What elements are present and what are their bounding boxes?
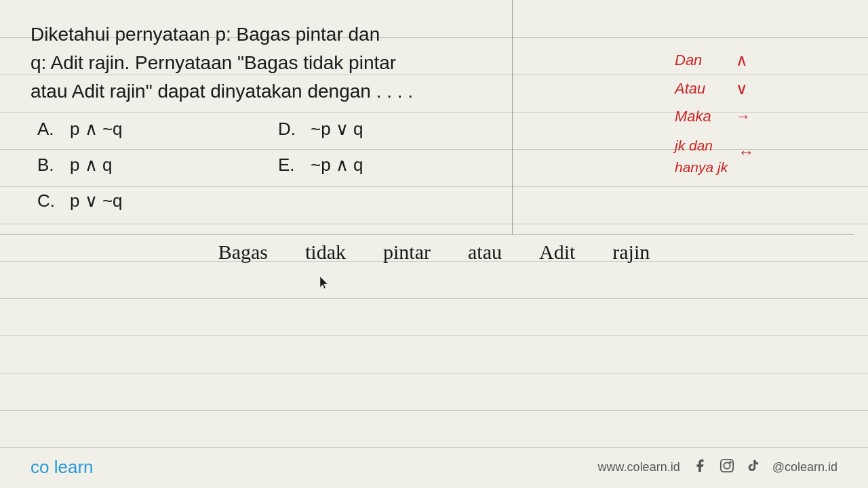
- choice-c-formula: p ∨ ~q: [70, 190, 123, 211]
- choice-a: A. p ∧ ~q: [37, 119, 478, 140]
- choice-c: C. p ∨ ~q: [37, 190, 478, 211]
- choice-c-label: C.: [37, 190, 64, 211]
- word-bagas: Bagas: [218, 241, 268, 264]
- legend-maka: Maka →: [675, 108, 844, 125]
- rule-line-10: [0, 373, 868, 373]
- choice-d: D. ~p ∨ q: [278, 119, 363, 140]
- tiktok-icon: [747, 458, 760, 476]
- legend-jk-text1: jk dan: [675, 135, 728, 157]
- choice-b-label: B.: [37, 155, 64, 176]
- legend-dan: Dan ∧: [675, 51, 844, 70]
- brand-logo: co learn: [31, 457, 94, 478]
- brand-dot: [49, 457, 54, 477]
- word-tidak: tidak: [305, 241, 346, 264]
- horizontal-separator: [0, 234, 854, 235]
- choice-e: E. ~p ∧ q: [278, 155, 363, 176]
- legend-dan-label: Dan: [675, 52, 736, 69]
- cursor-indicator: [320, 277, 328, 290]
- footer: co learn www.colearn.id @colearn.id: [0, 457, 868, 478]
- choice-a-formula: p ∧ ~q: [70, 119, 123, 140]
- legend-biconditional-symbol: ↔: [738, 143, 754, 161]
- choice-a-label: A.: [37, 119, 64, 140]
- choices-left: A. p ∧ ~q B. p ∧ q C. p ∨ ~q: [37, 119, 478, 226]
- choice-b-formula: p ∧ q: [70, 155, 112, 176]
- footer-url: www.colearn.id: [598, 460, 680, 474]
- choices-right: D. ~p ∨ q E. ~p ∧ q: [278, 119, 363, 190]
- question-text: Diketahui pernyataan p: Bagas pintar dan…: [31, 20, 519, 106]
- brand-learn: learn: [54, 457, 94, 477]
- svg-rect-0: [721, 460, 733, 472]
- legend-maka-symbol: →: [736, 108, 751, 125]
- legend-jk-text2: hanya jk: [675, 157, 728, 178]
- rule-line-11: [0, 410, 868, 411]
- bottom-words-section: Bagas tidak pintar atau Adit rajin: [0, 241, 868, 264]
- choice-e-formula: ~p ∧ q: [311, 155, 363, 176]
- footer-right: www.colearn.id @colearn.id: [598, 458, 837, 476]
- instagram-icon: [719, 458, 734, 476]
- word-pintar: pintar: [383, 241, 431, 264]
- word-adit: Adit: [539, 241, 575, 264]
- word-atau: atau: [468, 241, 502, 264]
- svg-point-1: [724, 462, 730, 468]
- legend-atau-label: Atau: [675, 80, 736, 98]
- rule-line-12: [0, 447, 868, 448]
- legend-dan-symbol: ∧: [736, 51, 748, 70]
- legend-atau-symbol: ∨: [736, 79, 748, 98]
- choice-b: B. p ∧ q: [37, 155, 478, 176]
- word-rajin: rajin: [612, 241, 650, 264]
- rule-line-8: [0, 298, 868, 299]
- choice-d-formula: ~p ∨ q: [311, 119, 363, 140]
- legend-biconditional: jk dan hanya jk ↔: [675, 135, 844, 178]
- choice-e-label: E.: [278, 155, 305, 176]
- facebook-icon: [692, 458, 707, 476]
- legend-maka-label: Maka: [675, 108, 736, 125]
- footer-handle: @colearn.id: [772, 460, 837, 474]
- svg-point-2: [730, 462, 731, 463]
- main-container: Diketahui pernyataan p: Bagas pintar dan…: [0, 0, 868, 488]
- legend-box: Dan ∧ Atau ∨ Maka → jk dan hanya jk ↔: [675, 51, 844, 187]
- rule-line-9: [0, 336, 868, 336]
- brand-co: co: [31, 457, 49, 477]
- legend-atau: Atau ∨: [675, 79, 844, 98]
- choice-d-label: D.: [278, 119, 305, 140]
